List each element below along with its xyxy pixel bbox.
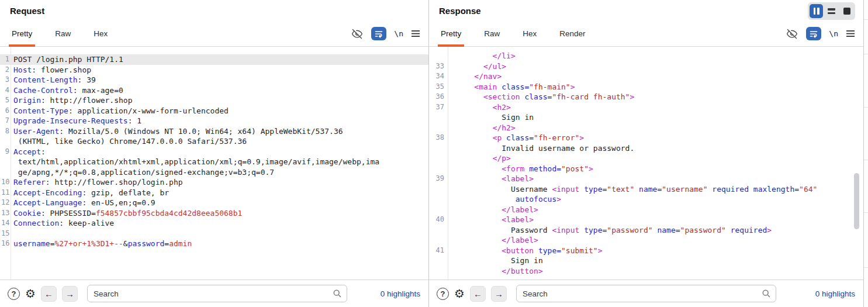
code-line: text/html,application/xhtml+xml,applicat… xyxy=(0,157,428,167)
search-input[interactable] xyxy=(516,285,776,302)
line-number xyxy=(429,51,444,61)
line-number: 2 xyxy=(0,65,9,75)
code-line: 14Connection: keep-alive xyxy=(0,218,428,229)
code-line: </p> xyxy=(429,153,863,164)
line-number: 38 xyxy=(429,133,444,143)
request-header: Request xyxy=(0,0,428,21)
wrap-icon xyxy=(809,30,818,38)
pane-rows-button[interactable] xyxy=(825,4,838,18)
tab-pretty[interactable]: Pretty xyxy=(10,21,34,46)
line-number: 37 xyxy=(429,102,444,113)
previous-match-button[interactable]: ← xyxy=(470,286,486,302)
code-line: 13Cookie: PHPSESSID=f54857cbbf95cbda4cd4… xyxy=(0,208,428,219)
search-settings-button[interactable]: ⚙ xyxy=(25,288,36,299)
editor-menu-button[interactable] xyxy=(411,30,420,37)
line-number xyxy=(429,164,444,174)
code-line: (KHTML, like Gecko) Chrome/147.0.0.0 Saf… xyxy=(0,136,428,147)
soft-wrap-button[interactable] xyxy=(806,27,821,40)
line-number: 33 xyxy=(429,61,444,72)
pane-single-button[interactable] xyxy=(840,4,853,18)
line-number: 1 xyxy=(0,54,9,65)
previous-match-button[interactable]: ← xyxy=(41,286,57,302)
hide-matches-button[interactable] xyxy=(786,28,798,40)
code-line: </label> xyxy=(429,235,863,246)
menu-icon xyxy=(411,30,420,37)
line-number: 40 xyxy=(429,215,444,225)
soft-wrap-button[interactable] xyxy=(371,27,386,40)
line-number xyxy=(0,136,9,147)
line-number: 13 xyxy=(0,208,9,219)
search-input[interactable] xyxy=(87,285,347,302)
request-editor-toolbar: \n xyxy=(351,21,420,46)
menu-icon xyxy=(846,30,855,37)
line-number: 3 xyxy=(0,75,9,85)
tab-raw[interactable]: Raw xyxy=(482,21,502,46)
code-line: <form method="post"> xyxy=(429,164,863,174)
search-settings-button[interactable]: ⚙ xyxy=(454,288,465,299)
code-line: Sign in xyxy=(429,256,863,266)
request-editor[interactable]: 1POST /login.php HTTP/1.12Host: flower.s… xyxy=(0,47,428,280)
help-button[interactable]: ? xyxy=(437,288,449,300)
line-number xyxy=(429,123,444,133)
eye-off-icon xyxy=(786,28,798,40)
pane-columns-button[interactable] xyxy=(810,4,823,18)
tab-pretty[interactable]: Pretty xyxy=(439,21,463,46)
message-editor-split-view: Request PrettyRawHex \n xyxy=(0,0,868,307)
code-line: 8User-Agent: Mozilla/5.0 (Windows NT 10.… xyxy=(0,126,428,137)
code-line: 2Host: flower.shop xyxy=(0,65,428,75)
line-number: 4 xyxy=(0,85,9,96)
code-line: 1POST /login.php HTTP/1.1 xyxy=(0,54,428,65)
tab-raw[interactable]: Raw xyxy=(53,21,72,46)
help-button[interactable]: ? xyxy=(8,288,20,300)
tab-hex[interactable]: Hex xyxy=(521,21,538,46)
line-number xyxy=(0,157,9,167)
tab-hex[interactable]: Hex xyxy=(92,21,109,46)
hide-matches-button[interactable] xyxy=(351,28,364,40)
code-line: ge/apng,*/*;q=0.8,application/signed-exc… xyxy=(0,167,428,178)
line-number: 6 xyxy=(0,106,9,116)
code-line: </h2> xyxy=(429,123,863,133)
response-tabbar: PrettyRawHexRender \n xyxy=(429,21,863,47)
code-line: 16username=%27+or+1%3D1+--&password=admi… xyxy=(0,239,428,249)
tab-render[interactable]: Render xyxy=(558,21,587,46)
line-number xyxy=(429,143,444,154)
response-title: Response xyxy=(439,6,481,16)
line-number xyxy=(429,225,444,236)
editor-menu-button[interactable] xyxy=(846,30,855,37)
newline-toggle-button[interactable]: \n xyxy=(829,29,838,38)
line-number xyxy=(429,205,444,215)
vertical-scrollbar-thumb[interactable] xyxy=(854,173,859,229)
line-number xyxy=(0,167,9,178)
columns-layout-icon xyxy=(814,8,819,15)
line-number xyxy=(429,194,444,205)
response-editor-toolbar: \n xyxy=(786,21,855,46)
request-tabbar: PrettyRawHex \n xyxy=(0,21,428,47)
highlights-count: 0 highlights xyxy=(815,289,855,298)
line-number: 8 xyxy=(0,126,9,137)
response-header: Response xyxy=(429,0,863,21)
next-match-button[interactable]: → xyxy=(491,286,507,302)
next-match-button[interactable]: → xyxy=(62,286,78,302)
code-line: 10Referer: http://flower.shop/login.php xyxy=(0,177,428,188)
line-number: 35 xyxy=(429,82,444,92)
code-line: 6Content-Type: application/x-www-form-ur… xyxy=(0,106,428,116)
code-line: </label> xyxy=(429,205,863,215)
code-line: 12Accept-Language: en-US,en;q=0.9 xyxy=(0,198,428,208)
line-number xyxy=(429,235,444,246)
code-line: 11Accept-Encoding: gzip, deflate, br xyxy=(0,188,428,198)
response-editor[interactable]: </li>33 </ul>34 </nav>35 <main class="fh… xyxy=(429,47,863,280)
response-search-bar: ? ⚙ ← → 0 highlights xyxy=(429,280,863,307)
code-line: Sign in xyxy=(429,112,863,123)
line-number xyxy=(429,184,444,195)
search-icon xyxy=(333,289,342,301)
line-number: 15 xyxy=(0,229,9,239)
code-line: Invalid username or password. xyxy=(429,143,863,154)
line-number xyxy=(429,256,444,266)
single-layout-icon xyxy=(843,8,850,15)
code-line: 40 <label> xyxy=(429,215,863,225)
newline-toggle-button[interactable]: \n xyxy=(394,29,403,38)
wrap-icon xyxy=(374,30,383,38)
code-line: 41 <button type="submit"> xyxy=(429,246,863,256)
code-line: 35 <main class="fh-main"> xyxy=(429,82,863,92)
code-line: 9Accept: xyxy=(0,147,428,157)
